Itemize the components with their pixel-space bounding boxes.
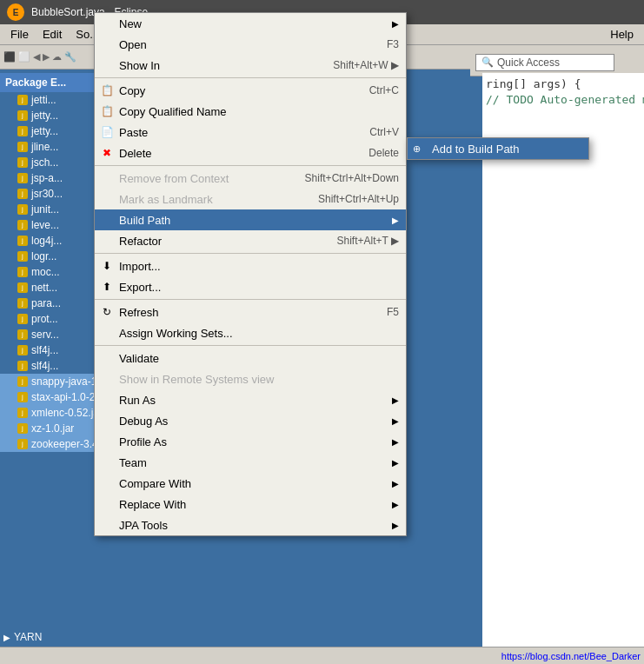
shortcut-remove-context: Shift+Ctrl+Alt+Down: [288, 172, 399, 184]
jar-icon: j: [17, 298, 28, 309]
build-path-icon: [100, 213, 114, 227]
menu-item-build-path[interactable]: Build Path ▶: [95, 209, 406, 230]
menu-item-delete[interactable]: ✖ Delete Delete: [95, 143, 406, 163]
assign-icon: [100, 326, 114, 340]
menu-label-validate: Validate: [119, 352, 159, 365]
menu-item-landmark: Mark as Landmark Shift+Ctrl+Alt+Up: [95, 189, 406, 209]
copy-icon: 📋: [100, 83, 114, 97]
refactor-icon: [100, 234, 114, 248]
menu-label-copy-qualified: Copy Qualified Name: [119, 105, 227, 118]
menu-item-remote-systems: Show in Remote Systems view: [95, 369, 406, 389]
shortcut-landmark: Shift+Ctrl+Alt+Up: [301, 193, 399, 205]
jar-icon: j: [17, 282, 28, 293]
delete-icon: ✖: [100, 146, 114, 160]
refresh-icon: ↻: [100, 305, 114, 319]
quick-access-input[interactable]: 🔍 Quick Access: [475, 54, 614, 71]
menu-item-jpa-tools[interactable]: JPA Tools ▶: [95, 515, 406, 535]
menu-label-import: Import...: [119, 260, 161, 273]
menu-label-team: Team: [119, 456, 147, 469]
menu-label-export: Export...: [119, 281, 161, 294]
menu-label-remove-context: Remove from Context: [119, 172, 229, 185]
shortcut-show-in: Shift+Alt+W ▶: [315, 59, 399, 71]
jar-icon: j: [17, 157, 28, 168]
context-menu: New ▶ Open F3 Show In Shift+Alt+W ▶ 📋 Co…: [94, 12, 407, 536]
build-path-submenu: ⊕ Add to Build Path: [407, 137, 589, 160]
menu-item-copy[interactable]: 📋 Copy Ctrl+C: [95, 80, 406, 101]
jar-icon: j: [17, 423, 28, 434]
jar-icon: j: [17, 345, 28, 355]
menu-help[interactable]: Help: [603, 26, 641, 43]
replace-icon: [100, 497, 114, 511]
menu-file[interactable]: File: [3, 26, 36, 43]
menu-item-assign-working-sets[interactable]: Assign Working Sets...: [95, 322, 406, 343]
quick-access-label: Quick Access: [497, 56, 560, 69]
debug-as-arrow-icon: ▶: [392, 416, 399, 426]
separator: [95, 77, 406, 78]
menu-label-compare: Compare With: [119, 477, 191, 490]
menu-label-build-path: Build Path: [119, 214, 170, 227]
copy-qualified-icon: 📋: [100, 104, 114, 118]
landmark-icon: [100, 192, 114, 206]
menu-item-profile-as[interactable]: Profile As ▶: [95, 431, 406, 452]
menu-item-refactor[interactable]: Refactor Shift+Alt+T ▶: [95, 230, 406, 251]
menu-label-debug-as: Debug As: [119, 415, 168, 428]
menu-item-export[interactable]: ⬆ Export...: [95, 276, 406, 297]
jar-icon: j: [17, 189, 28, 199]
menu-item-show-in[interactable]: Show In Shift+Alt+W ▶: [95, 55, 406, 76]
jar-icon: j: [17, 376, 28, 387]
menu-item-refresh[interactable]: ↻ Refresh F5: [95, 302, 406, 322]
eclipse-logo: E: [7, 3, 24, 21]
menu-item-paste[interactable]: 📄 Paste Ctrl+V: [95, 122, 406, 143]
team-icon: [100, 455, 114, 469]
separator: [95, 345, 406, 346]
validate-icon: [100, 351, 114, 365]
separator: [95, 253, 406, 254]
menu-label-refresh: Refresh: [119, 306, 159, 319]
remove-context-icon: [100, 171, 114, 185]
submenu-label-add-build-path: Add to Build Path: [432, 143, 519, 156]
separator: [95, 299, 406, 300]
jar-icon: j: [17, 439, 28, 449]
compare-arrow-icon: ▶: [392, 479, 399, 488]
run-as-arrow-icon: ▶: [392, 395, 399, 405]
run-as-icon: [100, 393, 114, 407]
shortcut-delete: Delete: [351, 147, 399, 159]
export-icon: ⬆: [100, 280, 114, 294]
menu-label-jpa: JPA Tools: [119, 519, 168, 532]
menu-label-open: Open: [119, 38, 147, 51]
menu-item-import[interactable]: ⬇ Import...: [95, 256, 406, 276]
menu-item-team[interactable]: Team ▶: [95, 452, 406, 473]
menu-item-debug-as[interactable]: Debug As ▶: [95, 410, 406, 431]
jar-icon: j: [17, 236, 28, 246]
menu-item-replace-with[interactable]: Replace With ▶: [95, 494, 406, 515]
menu-item-copy-qualified[interactable]: 📋 Copy Qualified Name: [95, 101, 406, 122]
shortcut-refresh: F5: [369, 306, 399, 318]
team-arrow-icon: ▶: [392, 458, 399, 468]
menu-item-compare-with[interactable]: Compare With ▶: [95, 473, 406, 494]
jar-icon: j: [17, 408, 28, 418]
jar-icon: j: [17, 142, 28, 152]
arrow-icon: ▶: [392, 19, 399, 29]
menu-item-validate[interactable]: Validate: [95, 348, 406, 369]
remote-icon: [100, 372, 114, 386]
code-text: ring[] args) {: [486, 77, 581, 90]
yarn-item[interactable]: ▶ YARN: [0, 629, 200, 645]
menu-edit[interactable]: Edit: [36, 26, 69, 43]
menu-item-run-as[interactable]: Run As ▶: [95, 389, 406, 410]
jpa-arrow-icon: ▶: [392, 521, 399, 530]
jar-icon: j: [17, 220, 28, 230]
statusbar-url: https://blog.csdn.net/Bee_Darker: [501, 651, 641, 661]
menu-item-new[interactable]: New ▶: [95, 13, 406, 34]
menu-item-open[interactable]: Open F3: [95, 34, 406, 55]
menu-label-landmark: Mark as Landmark: [119, 193, 213, 206]
open-icon: [100, 37, 114, 51]
menu-label-replace: Replace With: [119, 498, 186, 511]
shortcut-paste: Ctrl+V: [352, 126, 399, 138]
import-icon: ⬇: [100, 259, 114, 273]
jar-icon: j: [17, 314, 28, 324]
menu-item-remove-context: Remove from Context Shift+Ctrl+Alt+Down: [95, 168, 406, 189]
submenu-item-add-to-build-path[interactable]: ⊕ Add to Build Path: [408, 138, 588, 159]
new-icon: [100, 17, 114, 30]
jar-icon: j: [17, 126, 28, 136]
add-build-path-icon: ⊕: [413, 143, 421, 155]
